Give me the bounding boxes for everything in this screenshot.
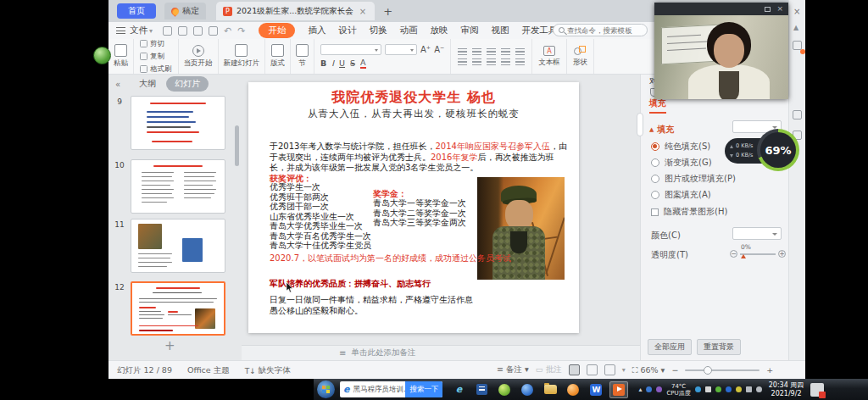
command-search-input[interactable] [567, 26, 643, 35]
zoom-in-button[interactable]: + [766, 365, 773, 375]
ribbon-tab-review[interactable]: 审阅 [460, 25, 478, 36]
ie-taskbar-icon[interactable]: e [449, 381, 468, 398]
export-icon[interactable] [209, 26, 218, 36]
slider-plus-icon[interactable]: + [778, 250, 786, 258]
taskbar-clock[interactable]: 20:34 周四 2021/9/2 [769, 381, 804, 398]
play-from-current-button[interactable]: 当页开始 [179, 39, 219, 74]
align-right-icon[interactable] [487, 58, 496, 65]
ribbon-tab-slideshow[interactable]: 放映 [430, 25, 448, 36]
bold-button[interactable]: B [320, 58, 326, 68]
zoom-slider-knob[interactable] [704, 366, 712, 375]
tray-app-icon[interactable] [646, 386, 652, 392]
wpp-active-app-icon[interactable] [609, 381, 628, 398]
apply-all-button[interactable]: 全部应用 [648, 339, 692, 355]
layout-button[interactable]: 版式 [265, 39, 291, 74]
view-caret-icon[interactable]: ▾ [622, 366, 626, 374]
strikethrough-button[interactable]: S [350, 58, 355, 68]
close-icon[interactable]: × [776, 5, 783, 13]
ribbon-tab-home[interactable]: 开始 [259, 23, 295, 38]
increase-font-button[interactable]: A⁺ [420, 45, 431, 54]
tab-home[interactable]: 首页 [117, 3, 156, 19]
slide-thumbnail-12-selected[interactable]: 12 [108, 281, 225, 336]
cpu-temperature[interactable]: 74°C CPU温度 [666, 383, 690, 397]
tab-outline[interactable]: 大纲 [139, 78, 156, 90]
fill-section-header[interactable]: ▲ 填充 [649, 124, 674, 136]
slider-minus-icon[interactable]: − [730, 250, 737, 258]
redo-icon[interactable]: ↷ [237, 26, 245, 36]
wps-app-icon[interactable]: W [587, 381, 605, 398]
taskbar-search-box[interactable]: e 黑马程序员培训... 搜索一下 [340, 381, 442, 397]
fit-zoom-button[interactable]: ⛶ 66% ▾ [632, 365, 665, 375]
radio-gradient-fill[interactable]: 渐变填充(G) [651, 157, 712, 169]
indent-increase-icon[interactable] [501, 48, 510, 55]
slider-marker[interactable] [741, 254, 746, 258]
color-select[interactable] [732, 227, 782, 240]
floating-assistant-ball[interactable] [93, 47, 111, 64]
ribbon-tab-transition[interactable]: 切换 [369, 25, 387, 36]
memory-usage-ring[interactable]: 69% [757, 129, 799, 171]
line-spacing-icon[interactable] [515, 48, 525, 55]
speaker-icon[interactable] [746, 386, 752, 392]
transparency-slider[interactable]: − 0% + [730, 247, 786, 262]
theme-name[interactable]: Office 主题 [187, 365, 230, 376]
ribbon-tab-view[interactable]: 视图 [491, 25, 509, 36]
collapse-panel-button[interactable]: « [115, 80, 120, 89]
slide-thumbnail-10[interactable]: 10 [108, 159, 225, 214]
slide-thumbnail-9[interactable]: 9 [108, 96, 225, 150]
media-app-icon[interactable] [472, 381, 491, 398]
preview-icon[interactable] [193, 26, 203, 36]
tray-app-icon[interactable] [656, 386, 662, 392]
font-size-select[interactable] [385, 44, 417, 55]
tray-expand-icon[interactable]: ▴ [638, 386, 642, 393]
new-slide-button[interactable]: 新建幻灯片 [219, 39, 266, 74]
reset-background-button[interactable]: 重置背景 [697, 339, 741, 355]
file-menu[interactable]: 文件 [130, 25, 147, 36]
align-left-icon[interactable] [458, 58, 467, 65]
new-tab-button[interactable]: + [383, 5, 392, 18]
network-icon[interactable] [756, 386, 762, 392]
command-search-box[interactable] [553, 24, 648, 36]
section-button[interactable]: 节 [291, 39, 314, 74]
ribbon-tab-insert[interactable]: 插入 [308, 25, 326, 36]
checkbox-hide-background[interactable]: 隐藏背景图形(H) [651, 206, 727, 218]
sorter-view-button[interactable] [587, 364, 598, 375]
radio-solid-fill[interactable]: 纯色填充(S) [651, 141, 710, 153]
bullets-icon[interactable] [458, 48, 467, 55]
tray-app-icon[interactable] [715, 386, 721, 392]
font-color-button[interactable]: A [360, 58, 366, 69]
chevron-up-icon[interactable]: ▲ [793, 24, 798, 31]
justify-icon[interactable] [501, 58, 510, 65]
save-icon[interactable] [163, 26, 172, 36]
undo-icon[interactable]: ↶ [224, 26, 231, 36]
action-center-icon[interactable] [810, 383, 824, 397]
zoom-out-button[interactable]: − [671, 365, 678, 375]
columns-icon[interactable] [515, 58, 525, 65]
radio-pattern-fill[interactable]: 图案填充(A) [651, 189, 711, 201]
text-box-button[interactable]: A 文本框 [532, 39, 567, 74]
effects-panel-icon[interactable] [793, 110, 802, 119]
recorder-app-icon[interactable] [564, 381, 582, 398]
start-button[interactable] [317, 381, 335, 398]
copy-button[interactable]: 复制 [140, 52, 172, 62]
cut-button[interactable]: 剪切 [140, 39, 172, 49]
normal-view-button[interactable] [569, 364, 580, 375]
ribbon-tab-design[interactable]: 设计 [338, 25, 356, 36]
slide-thumbnail-11[interactable]: 11 [108, 219, 225, 273]
taskbar-search-button[interactable]: 搜索一下 [405, 381, 442, 397]
reading-view-button[interactable] [604, 364, 615, 375]
underline-button[interactable]: U [339, 58, 345, 68]
browser-ball-icon[interactable] [518, 381, 537, 398]
italic-button[interactable]: I [331, 58, 334, 68]
shapes-button[interactable]: 形状 [567, 39, 594, 74]
tray-app-icon[interactable] [736, 386, 742, 392]
print-icon[interactable] [178, 26, 187, 36]
main-menu-icon[interactable] [116, 27, 125, 34]
comments-toggle[interactable]: ▭ 批注 [536, 364, 562, 375]
font-name-select[interactable] [320, 44, 381, 55]
maximize-icon[interactable] [765, 7, 771, 12]
ribbon-tab-animation[interactable]: 动画 [399, 25, 417, 36]
numbering-icon[interactable] [472, 48, 481, 55]
tray-app-icon[interactable] [695, 386, 701, 392]
close-tab-icon[interactable]: × [358, 7, 368, 16]
decrease-font-button[interactable]: A⁻ [434, 45, 444, 54]
